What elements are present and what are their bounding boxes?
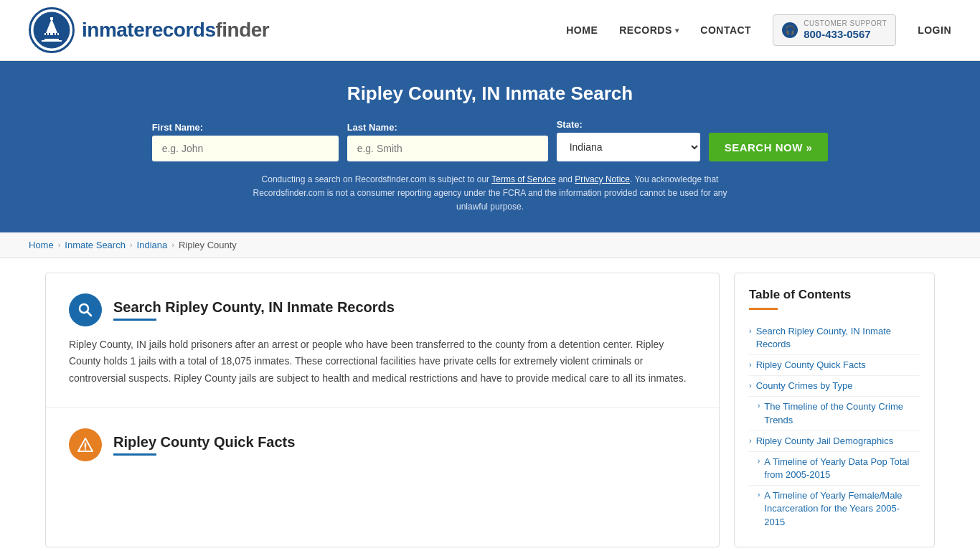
login-button[interactable]: LOGIN <box>918 24 951 36</box>
svg-rect-11 <box>42 40 62 42</box>
toc-box: Table of Contents › Search Ripley County… <box>734 273 935 547</box>
section-quick-facts: Ripley County Quick Facts <box>46 408 719 491</box>
breadcrumb: Home › Inmate Search › Indiana › Ripley … <box>0 232 980 258</box>
logo-text: inmaterecordsfinder <box>82 19 269 42</box>
section-inmate-records: Search Ripley County, IN Inmate Records … <box>46 273 719 408</box>
logo-area: inmaterecordsfinder <box>29 7 269 53</box>
section1-underline <box>113 319 156 321</box>
state-group: State: Indiana <box>557 119 700 161</box>
section1-title-block: Search Ripley County, IN Inmate Records <box>113 299 395 321</box>
headphone-icon: 🎧 <box>782 22 798 38</box>
content-right: Table of Contents › Search Ripley County… <box>734 273 935 547</box>
toc-item-4: › The Timeline of the County Crime Trend… <box>749 397 920 430</box>
hero-section: Ripley County, IN Inmate Search First Na… <box>0 61 980 232</box>
alert-section-icon <box>69 428 102 461</box>
privacy-link[interactable]: Privacy Notice <box>575 174 630 184</box>
state-label: State: <box>557 119 583 130</box>
breadcrumb-indiana[interactable]: Indiana <box>137 240 168 250</box>
toc-title: Table of Contents <box>749 288 920 302</box>
section2-title: Ripley County Quick Facts <box>113 434 295 451</box>
state-select[interactable]: Indiana <box>557 133 700 161</box>
support-box[interactable]: 🎧 CUSTOMER SUPPORT 800-433-0567 <box>773 14 896 46</box>
breadcrumb-inmate-search[interactable]: Inmate Search <box>65 240 126 250</box>
svg-rect-4 <box>50 17 53 20</box>
first-name-input[interactable] <box>152 136 339 161</box>
breadcrumb-home[interactable]: Home <box>29 240 54 250</box>
toc-link-7[interactable]: A Timeline of Yearly Female/Male Incarce… <box>764 489 920 529</box>
hero-title: Ripley County, IN Inmate Search <box>29 83 951 105</box>
records-chevron-icon: ▾ <box>675 27 679 34</box>
svg-line-13 <box>88 311 92 316</box>
section1-text: Ripley County, IN jails hold prisoners a… <box>69 336 696 387</box>
nav-contact[interactable]: CONTACT <box>700 24 751 36</box>
last-name-label: Last Name: <box>347 122 397 133</box>
first-name-label: First Name: <box>152 122 204 133</box>
last-name-input[interactable] <box>347 136 548 161</box>
section1-title: Search Ripley County, IN Inmate Records <box>113 299 395 316</box>
logo-icon <box>29 7 75 53</box>
svg-rect-5 <box>46 33 47 39</box>
nav-home[interactable]: HOME <box>566 24 598 36</box>
toc-link-1[interactable]: Search Ripley County, IN Inmate Records <box>756 325 920 351</box>
main-content: Search Ripley County, IN Inmate Records … <box>31 273 949 547</box>
toc-item-2: › Ripley County Quick Facts <box>749 355 920 376</box>
breadcrumb-sep-2: › <box>130 240 133 249</box>
toc-chevron-3: › <box>749 381 752 390</box>
hero-disclaimer: Conducting a search on Recordsfinder.com… <box>239 173 741 215</box>
search-button[interactable]: SEARCH NOW » <box>709 133 829 161</box>
section1-header: Search Ripley County, IN Inmate Records <box>69 293 696 326</box>
toc-divider <box>749 308 778 310</box>
section2-title-block: Ripley County Quick Facts <box>113 434 295 456</box>
toc-chevron-2: › <box>749 360 752 369</box>
svg-point-16 <box>85 448 86 450</box>
support-info: CUSTOMER SUPPORT 800-433-0567 <box>804 19 887 41</box>
toc-chevron-4: › <box>758 402 760 410</box>
breadcrumb-sep-3: › <box>171 240 174 249</box>
toc-item-6: › A Timeline of Yearly Data Pop Total fr… <box>749 452 920 486</box>
content-left: Search Ripley County, IN Inmate Records … <box>45 273 720 547</box>
search-section-icon <box>69 293 102 326</box>
toc-chevron-1: › <box>749 326 752 335</box>
toc-chevron-5: › <box>749 436 752 445</box>
toc-link-4[interactable]: The Timeline of the County Crime Trends <box>764 400 920 426</box>
svg-rect-8 <box>56 33 57 39</box>
section2-header: Ripley County Quick Facts <box>69 428 696 461</box>
toc-item-7: › A Timeline of Yearly Female/Male Incar… <box>749 486 920 532</box>
toc-link-5[interactable]: Ripley County Jail Demographics <box>756 435 893 448</box>
tos-link[interactable]: Terms of Service <box>491 174 555 184</box>
toc-chevron-7: › <box>758 491 760 499</box>
site-header: inmaterecordsfinder HOME RECORDS ▾ CONTA… <box>0 0 980 61</box>
breadcrumb-current: Ripley County <box>179 240 237 250</box>
toc-item-1: › Search Ripley County, IN Inmate Record… <box>749 321 920 355</box>
nav-records[interactable]: RECORDS ▾ <box>619 24 679 36</box>
breadcrumb-sep-1: › <box>58 240 61 249</box>
toc-link-3[interactable]: County Crimes by Type <box>756 380 853 392</box>
last-name-group: Last Name: <box>347 122 548 161</box>
toc-link-6[interactable]: A Timeline of Yearly Data Pop Total from… <box>764 456 920 481</box>
toc-item-5: › Ripley County Jail Demographics <box>749 431 920 452</box>
main-nav: HOME RECORDS ▾ CONTACT 🎧 CUSTOMER SUPPOR… <box>566 14 951 46</box>
svg-rect-9 <box>44 39 59 40</box>
toc-item-3: › County Crimes by Type <box>749 376 920 397</box>
svg-rect-7 <box>53 33 55 39</box>
first-name-group: First Name: <box>152 122 339 161</box>
toc-link-2[interactable]: Ripley County Quick Facts <box>756 359 866 372</box>
toc-chevron-6: › <box>758 457 760 465</box>
svg-rect-10 <box>50 35 53 39</box>
section2-underline <box>113 453 156 456</box>
search-form: First Name: Last Name: State: Indiana SE… <box>29 119 951 161</box>
svg-rect-6 <box>49 33 50 39</box>
